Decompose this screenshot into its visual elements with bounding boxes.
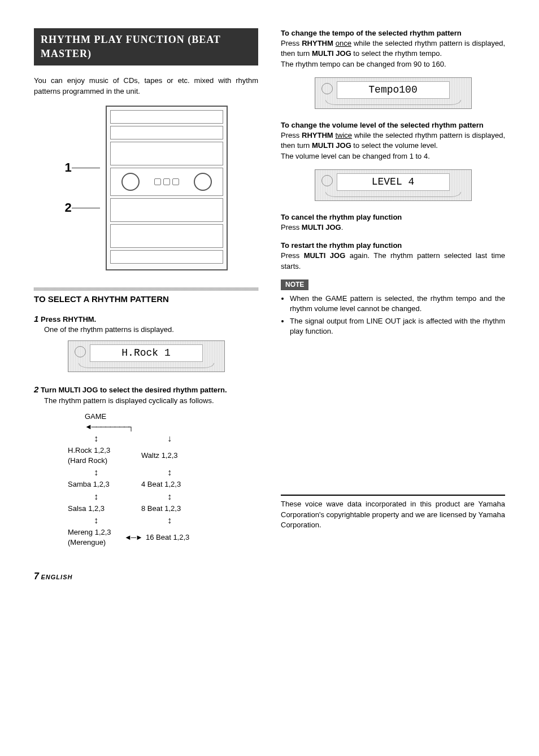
updown-arrow-icon: ↕	[141, 468, 198, 477]
note-label: NOTE	[281, 279, 308, 290]
cycle-16beat: 16 Beat 1,2,3	[146, 532, 202, 543]
knob-icon	[194, 173, 212, 191]
stereo-diagram: 1 2	[34, 106, 258, 270]
section-divider	[34, 287, 258, 291]
lcd-display-tempo: Tempo100	[315, 77, 472, 109]
updown-arrow-icon: ↕	[68, 492, 124, 501]
down-arrow-icon: ↓	[141, 434, 198, 443]
cycle-mereng-sub: (Merengue)	[68, 538, 106, 547]
lcd-text: LEVEL 4	[372, 176, 415, 187]
updown-arrow-icon: ↕	[68, 468, 124, 477]
disc-icon	[321, 83, 333, 94]
cycle-mereng: Mereng 1,2,3	[68, 528, 111, 536]
section-heading: TO SELECT A RHYTHM PATTERN	[34, 293, 258, 305]
step-1: 1 Press RHYTHM. One of the rhythm patter…	[34, 313, 258, 335]
lcd-text: H.Rock 1	[121, 347, 170, 359]
disc-icon	[75, 346, 86, 357]
cycle-samba: Samba 1,2,3	[68, 479, 124, 490]
leftright-arrow-icon: ◄─►	[124, 533, 142, 541]
intro-paragraph: You can enjoy music of CDs, tapes or etc…	[34, 76, 258, 96]
updown-arrow-icon: ↕	[68, 434, 124, 443]
knob-icon	[121, 173, 140, 191]
lcd-display-hrock: H.Rock 1	[68, 340, 225, 372]
arrow-left-icon: ◄────────┐	[85, 422, 133, 431]
tempo-section: To change the tempo of the selected rhyt…	[281, 28, 505, 69]
stereo-unit-drawing	[106, 106, 228, 270]
cycle-8beat: 8 Beat 1,2,3	[141, 504, 198, 514]
updown-arrow-icon: ↕	[141, 516, 198, 525]
disc-icon	[321, 175, 333, 186]
note-block: NOTE When the GAME pattern is selected, …	[281, 279, 505, 337]
volume-heading: To change the volume level of the select…	[281, 120, 505, 130]
step-1-number: 1	[34, 314, 38, 324]
cancel-section: To cancel the rhythm play function Press…	[281, 212, 505, 233]
yamaha-footer-note: These voice wave data incorporated in th…	[281, 499, 505, 530]
lcd-display-level: LEVEL 4	[315, 169, 472, 201]
cycle-hrock: H.Rock 1,2,3	[68, 446, 110, 455]
note-item: The signal output from LINE OUT jack is …	[290, 316, 505, 337]
cycle-waltz: Waltz 1,2,3	[141, 451, 198, 461]
tempo-heading: To change the tempo of the selected rhyt…	[281, 28, 505, 38]
callout-2-num: 2	[64, 199, 71, 217]
step-2-body: The rhythm pattern is displayed cyclical…	[44, 396, 258, 406]
callout-2: 2	[64, 199, 99, 217]
step-2-number: 2	[34, 384, 38, 394]
callout-line	[72, 168, 100, 168]
cycle-hrock-sub: (Hard Rock)	[68, 456, 107, 465]
updown-arrow-icon: ↕	[141, 492, 198, 501]
volume-range: The volume level can be changed from 1 t…	[281, 152, 430, 160]
page-footer: 7 ENGLISH	[34, 570, 505, 583]
cycle-salsa: Salsa 1,2,3	[68, 504, 124, 514]
volume-section: To change the volume level of the select…	[281, 120, 505, 161]
lcd-text: Tempo100	[368, 84, 417, 95]
cycle-4beat: 4 Beat 1,2,3	[141, 479, 198, 490]
pattern-cycle-diagram: GAME ◄────────┐ ↕↓ H.Rock 1,2,3 (Hard Ro…	[68, 412, 258, 548]
step-1-title: Press RHYTHM.	[41, 315, 96, 324]
step-1-body: One of the rhythm patterns is displayed.	[44, 325, 258, 335]
step-2-title: Turn MULTI JOG to select the desired rhy…	[41, 386, 227, 394]
callout-1: 1	[64, 159, 99, 177]
right-column: To change the tempo of the selected rhyt…	[281, 28, 505, 553]
note-item: When the GAME pattern is selected, the r…	[290, 294, 505, 314]
footer-divider	[281, 495, 505, 496]
restart-heading: To restart the rhythm play function	[281, 241, 505, 251]
page-title-banner: RHYTHM PLAY FUNCTION (BEAT MASTER)	[34, 28, 258, 65]
updown-arrow-icon: ↕	[68, 516, 124, 525]
tempo-range: The rhythm tempo can be changed from 90 …	[281, 60, 446, 68]
callout-1-num: 1	[64, 159, 71, 177]
step-2: 2 Turn MULTI JOG to select the desired r…	[34, 383, 258, 405]
page-number: 7	[34, 571, 39, 581]
restart-section: To restart the rhythm play function Pres…	[281, 241, 505, 272]
page-language: ENGLISH	[41, 574, 73, 580]
cancel-heading: To cancel the rhythm play function	[281, 212, 505, 222]
callout-line	[72, 208, 100, 208]
cycle-game: GAME	[85, 412, 106, 421]
left-column: RHYTHM PLAY FUNCTION (BEAT MASTER) You c…	[34, 28, 258, 553]
